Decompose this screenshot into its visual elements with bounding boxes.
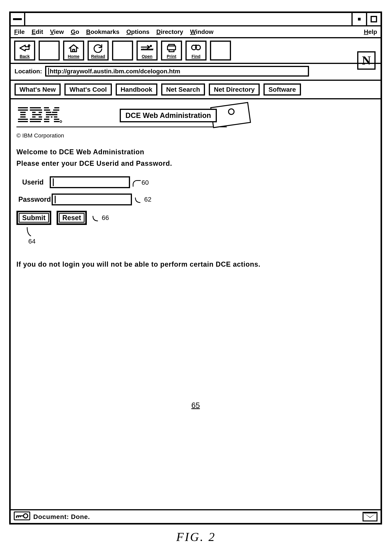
images-button[interactable] [112,41,133,61]
welcome-text: Welcome to DCE Web Administration [17,148,375,156]
login-note: If you do not login you will not be able… [17,260,375,268]
open-icon [138,42,156,54]
callout-62: 62 [135,196,151,203]
menubar: File Edit View Go Bookmarks Options Dire… [11,26,381,38]
home-icon [64,42,83,54]
location-bar: Location: http://graywolf.austin.ibm.com… [11,64,381,81]
callout-60: 60 [133,178,149,186]
location-label: Location: [15,68,42,75]
titlebar [11,13,381,26]
mail-icon[interactable] [363,512,377,522]
whats-new-button[interactable]: What's New [15,83,61,96]
status-text: Document: Done. [33,513,90,521]
system-menu-button[interactable] [11,13,25,25]
reset-button[interactable]: Reset [57,211,87,225]
menu-window[interactable]: Window [190,28,213,35]
submit-button[interactable]: Submit [17,211,51,225]
svg-point-0 [28,45,30,46]
svg-point-34 [60,121,62,122]
page-content: DCE Web Administration © IBM Corporation… [11,99,381,509]
password-input[interactable] [52,193,132,205]
menu-help[interactable]: Help [364,28,377,35]
software-button[interactable]: Software [264,83,301,96]
copyright-text: © IBM Corporation [17,132,375,139]
divider [17,127,227,127]
location-input[interactable]: http://graywolf.austin.ibm.com/dcelogon.… [45,66,309,77]
page-banner: DCE Web Administration [120,109,217,122]
find-button[interactable]: Find [185,41,207,61]
callout-66: 66 [92,214,109,221]
netscape-logo: N [357,51,375,70]
back-button[interactable]: Back [14,41,35,61]
password-label: Password [17,195,49,203]
banner-title: DCE Web Administration [120,109,217,122]
security-key-icon [14,512,30,522]
minimize-button[interactable] [351,13,366,25]
find-icon [187,42,205,54]
net-directory-button[interactable]: Net Directory [209,83,260,96]
maximize-button[interactable] [366,13,381,25]
svg-point-1 [150,45,151,46]
print-button[interactable]: Print [161,41,182,61]
ibm-logo [17,106,62,125]
whats-cool-button[interactable]: What's Cool [64,83,112,96]
reload-icon [89,42,108,54]
toolbar: Back Home Reload Open Print [11,38,381,64]
browser-window: File Edit View Go Bookmarks Options Dire… [9,11,382,524]
home-button[interactable]: Home [63,41,84,61]
directory-buttons: What's New What's Cool Handbook Net Sear… [11,81,381,99]
reload-button[interactable]: Reload [88,41,108,61]
svg-point-36 [24,514,28,518]
menu-options[interactable]: Options [126,28,150,35]
menu-edit[interactable]: Edit [32,28,43,35]
menu-view[interactable]: View [50,28,64,35]
net-search-button[interactable]: Net Search [161,83,205,96]
figure-caption: FIG. 2 [0,530,392,544]
userid-input[interactable] [50,176,130,188]
menu-bookmarks[interactable]: Bookmarks [86,28,119,35]
location-url: http://graywolf.austin.ibm.com/dcelogon.… [50,68,180,75]
handbook-button[interactable]: Handbook [116,83,157,96]
userid-label: Userid [17,178,47,186]
menu-go[interactable]: Go [71,28,79,35]
statusbar: Document: Done. [11,509,381,523]
back-arrow-icon [15,42,34,54]
prompt-text: Please enter your DCE Userid and Passwor… [17,159,375,167]
page-number: 65 [11,401,381,410]
forward-button[interactable] [39,41,60,61]
open-button[interactable]: Open [136,41,158,61]
stop-button[interactable] [210,41,231,61]
menu-file[interactable]: File [14,28,25,35]
menu-directory[interactable]: Directory [156,28,183,35]
print-icon [162,42,181,54]
callout-64: 64 [17,227,375,245]
